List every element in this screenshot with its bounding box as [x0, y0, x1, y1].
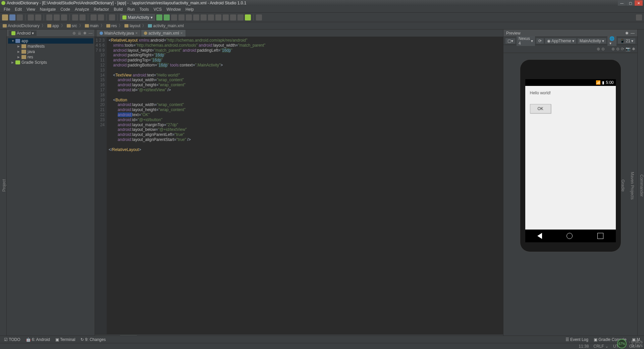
replace-icon[interactable]: [79, 14, 86, 20]
build-icon[interactable]: [109, 14, 115, 20]
gutter-gradle[interactable]: Gradle: [621, 180, 625, 192]
screenshot-icon[interactable]: 📷: [626, 47, 631, 51]
monitor-icon[interactable]: [201, 14, 207, 20]
cut-icon[interactable]: [46, 14, 52, 20]
bc-layout[interactable]: layout: [124, 23, 140, 28]
memory-indicator[interactable]: 67%: [617, 339, 627, 348]
bc-res[interactable]: res: [106, 23, 117, 28]
activity-select[interactable]: MainActivity▾: [578, 38, 606, 44]
zoom-fit-icon[interactable]: ⊕: [611, 47, 615, 51]
tree-manifests[interactable]: ▶manifests: [8, 44, 93, 49]
device-select[interactable]: ▢▾: [505, 38, 515, 44]
undo-icon[interactable]: [28, 14, 34, 20]
minimize-button[interactable]: —: [618, 0, 626, 6]
eventlog-tab[interactable]: ☰ Event Log: [566, 337, 588, 342]
menu-tools[interactable]: Tools: [137, 7, 151, 12]
gradle-icon[interactable]: [223, 14, 229, 20]
back-icon[interactable]: [91, 14, 97, 20]
sync-icon[interactable]: [17, 14, 23, 20]
theme-select[interactable]: ◉AppTheme▾: [545, 38, 576, 44]
close-button[interactable]: ✕: [635, 0, 643, 6]
changes-tab[interactable]: ↻ 9: Changes: [80, 337, 106, 342]
find-icon[interactable]: [72, 14, 78, 20]
project-header: Android ▾ ⊕ ⇊ ✱ —: [7, 30, 95, 37]
gutter-maven[interactable]: Maven Projects: [630, 172, 635, 200]
sdk-icon[interactable]: [193, 14, 199, 20]
preview-settings-icon[interactable]: ✱: [625, 31, 629, 36]
gutter-commander[interactable]: Commander: [639, 174, 644, 197]
code-area[interactable]: 1 2 3 4 5 6 7 8 9 10 11 12 13 14 15 16 1…: [95, 37, 503, 334]
bc-root[interactable]: AndroidDictionary: [3, 23, 40, 28]
nexus-select[interactable]: Nexus 4▾: [517, 36, 535, 46]
refresh-icon[interactable]: [215, 14, 221, 20]
refresh-preview-icon[interactable]: ⟳: [621, 47, 624, 51]
tab-mainactivity[interactable]: MainActivity.java ×: [97, 30, 141, 37]
menu-build[interactable]: Build: [111, 7, 125, 12]
android-tab[interactable]: 🤖 6: Android: [26, 337, 50, 342]
attach-debugger-icon[interactable]: [171, 14, 177, 20]
collapse-icon[interactable]: ⇊: [78, 31, 81, 36]
preview-toolbar: ▢▾ Nexus 4▾ ⟳ ◉AppTheme▾ MainActivity▾ 🌐…: [503, 37, 637, 45]
tab-activity-main[interactable]: activity_main.xml ×: [141, 30, 185, 37]
settings-icon[interactable]: ✱: [83, 31, 87, 36]
copy-icon[interactable]: [54, 14, 60, 20]
project-view-select[interactable]: Android ▾: [9, 31, 37, 36]
open-icon[interactable]: [2, 14, 8, 20]
run-icon[interactable]: [156, 14, 162, 20]
tree-java[interactable]: ▶java: [8, 49, 93, 54]
preview-hide-icon[interactable]: —: [631, 31, 635, 36]
run-config-select[interactable]: MainActivity ▾: [120, 14, 155, 21]
search-icon[interactable]: [636, 14, 642, 20]
menu-vcs[interactable]: VCS: [151, 7, 164, 12]
todo-tab[interactable]: ☑ TODO: [4, 337, 20, 342]
menu-view[interactable]: View: [24, 7, 38, 12]
recent-nav-icon[interactable]: [597, 233, 603, 239]
menu-analyze[interactable]: Analyze: [72, 7, 92, 12]
gutter-project[interactable]: Project: [2, 179, 6, 192]
bc-main[interactable]: main: [85, 23, 99, 28]
line-ending[interactable]: CRLF ⌄: [593, 344, 608, 349]
hide-icon[interactable]: —: [89, 31, 93, 36]
bc-app[interactable]: app: [47, 23, 59, 28]
android-icon[interactable]: [245, 14, 251, 20]
code-content[interactable]: <RelativeLayout xmlns:android="http://sc…: [107, 37, 503, 334]
menu-file[interactable]: File: [1, 7, 12, 12]
api-select[interactable]: 📱21▾: [618, 38, 635, 44]
locale-select[interactable]: 🌐▾: [607, 36, 616, 46]
bc-file[interactable]: activity_main.xml: [148, 23, 183, 28]
menu-refactor[interactable]: Refactor: [92, 7, 111, 12]
menu-window[interactable]: Window: [164, 7, 183, 12]
maximize-button[interactable]: ▢: [626, 0, 634, 6]
zoom-in-icon[interactable]: ⊕: [597, 47, 600, 51]
debug-icon[interactable]: [164, 14, 170, 20]
preview-gear-icon[interactable]: ✱: [632, 47, 635, 51]
menu-code[interactable]: Code: [58, 7, 72, 12]
paste-icon[interactable]: [61, 14, 67, 20]
stop-icon[interactable]: [178, 14, 184, 20]
menu-edit[interactable]: Edit: [12, 7, 24, 12]
restart-icon[interactable]: [208, 14, 214, 20]
tree-gradle[interactable]: ▶Gradle Scripts: [8, 60, 93, 65]
zoom-actual-icon[interactable]: ⊖: [616, 47, 620, 51]
structure-icon[interactable]: [230, 14, 236, 20]
ok-button[interactable]: OK: [530, 104, 551, 113]
avd-icon[interactable]: [186, 14, 192, 20]
tree-app[interactable]: ▼app: [8, 38, 93, 44]
bc-src[interactable]: src: [67, 23, 77, 28]
zoom-out-icon[interactable]: ⊖: [601, 47, 605, 51]
assist-icon[interactable]: [237, 14, 244, 20]
orientation-icon[interactable]: ⟳: [536, 38, 544, 44]
back-nav-icon[interactable]: [537, 233, 542, 239]
menu-navigate[interactable]: Navigate: [38, 7, 58, 12]
help-icon[interactable]: [256, 14, 262, 20]
tree-res[interactable]: ▶res: [8, 54, 93, 60]
forward-icon[interactable]: [98, 14, 104, 20]
home-nav-icon[interactable]: [567, 233, 573, 239]
menu-run[interactable]: Run: [125, 7, 137, 12]
terminal-tab[interactable]: ▣ Terminal: [55, 337, 75, 342]
save-icon[interactable]: [9, 14, 15, 20]
scroll-from-source-icon[interactable]: ⊕: [72, 31, 76, 36]
wifi-icon: 📶: [596, 80, 601, 85]
redo-icon[interactable]: [35, 14, 41, 20]
menu-help[interactable]: Help: [183, 7, 196, 12]
